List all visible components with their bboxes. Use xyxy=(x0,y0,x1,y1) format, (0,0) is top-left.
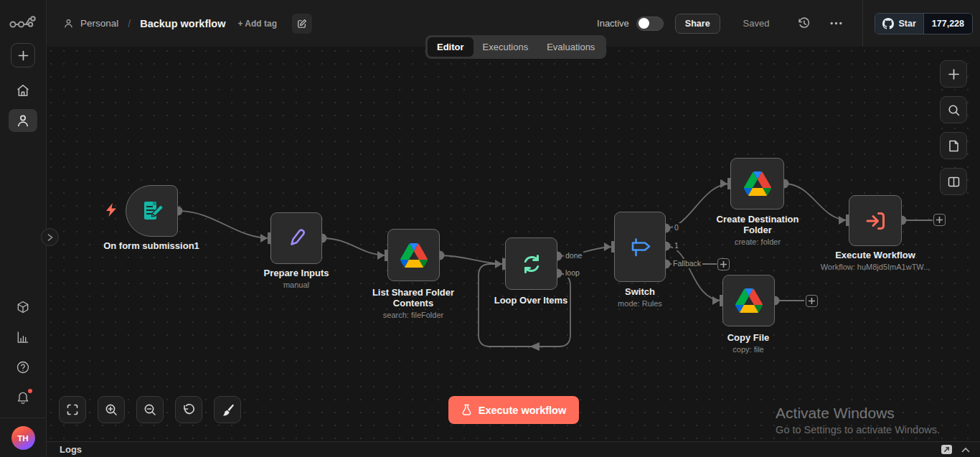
activation-status-label: Inactive xyxy=(597,18,629,29)
breadcrumb-separator: / xyxy=(125,18,133,29)
share-button[interactable]: Share xyxy=(675,14,720,34)
google-drive-icon xyxy=(744,171,771,196)
node-on-form-submission[interactable] xyxy=(126,185,178,237)
add-node-endpoint-fallback[interactable] xyxy=(717,258,730,270)
logs-panel-bar[interactable]: Logs xyxy=(47,441,980,457)
package-icon xyxy=(16,300,30,314)
ellipsis-icon xyxy=(830,22,842,25)
github-star-button[interactable]: Star xyxy=(875,14,923,34)
zoom-out-button[interactable] xyxy=(136,396,164,423)
tab-executions[interactable]: Executions xyxy=(473,37,538,57)
output-label-0: 0 xyxy=(673,223,680,232)
tab-editor[interactable]: Editor xyxy=(428,37,473,57)
broom-icon xyxy=(221,403,235,417)
sidebar-item-notifications[interactable] xyxy=(9,386,37,409)
output-label-1: 1 xyxy=(673,241,680,250)
home-icon xyxy=(16,83,30,98)
add-node-endpoint-copy-file[interactable] xyxy=(806,295,818,307)
sidebar-item-templates[interactable] xyxy=(9,296,37,319)
node-copy-file[interactable] xyxy=(722,275,775,326)
edit-pencil-icon xyxy=(297,19,307,29)
node-label: List Shared Folder Contents search: file… xyxy=(363,287,463,319)
note-icon xyxy=(948,140,960,152)
breadcrumb-project[interactable]: Personal xyxy=(80,18,118,29)
add-node-button[interactable] xyxy=(940,60,967,88)
execute-workflow-button[interactable]: Execute workflow xyxy=(448,396,579,424)
switch-icon xyxy=(626,233,654,260)
output-label-done: done xyxy=(564,251,583,260)
bar-chart-icon xyxy=(16,330,30,344)
breadcrumb: Personal / Backup workflow + Add tag xyxy=(47,14,312,34)
tab-evaluations[interactable]: Evaluations xyxy=(537,37,604,57)
sidebar-item-overview[interactable] xyxy=(9,79,37,102)
n8n-logo xyxy=(9,13,37,31)
google-drive-icon xyxy=(400,243,428,268)
trigger-bolt-icon xyxy=(105,203,117,217)
search-button[interactable] xyxy=(940,96,967,123)
plus-icon xyxy=(948,69,959,80)
execute-workflow-label: Execute workflow xyxy=(479,405,566,416)
add-node-endpoint-execute[interactable] xyxy=(933,214,946,226)
history-icon xyxy=(798,17,810,29)
node-prepare-inputs[interactable] xyxy=(270,212,322,264)
google-drive-icon xyxy=(735,288,763,313)
edit-fields-icon xyxy=(284,226,308,250)
toggle-knob xyxy=(639,18,649,29)
node-execute-workflow[interactable] xyxy=(849,195,902,246)
workflow-title[interactable]: Backup workflow xyxy=(140,18,225,29)
open-logs-popout-button[interactable] xyxy=(941,445,952,454)
avatar[interactable]: TH xyxy=(11,426,35,450)
node-loop-over-items[interactable] xyxy=(505,237,557,290)
toggle-panel-button[interactable] xyxy=(940,168,967,195)
sidebar-item-personal[interactable] xyxy=(9,109,37,132)
undo-icon xyxy=(182,403,195,416)
plus-icon xyxy=(18,50,29,61)
zoom-in-button[interactable] xyxy=(98,396,125,423)
logs-title: Logs xyxy=(60,444,82,455)
history-button[interactable] xyxy=(788,17,820,29)
more-menu-button[interactable] xyxy=(820,22,852,25)
chevron-right-icon xyxy=(47,234,53,241)
execute-workflow-icon xyxy=(862,208,888,234)
output-label-loop: loop xyxy=(564,268,581,278)
workflow-canvas[interactable]: On form submission1 Prepare Inputs manua… xyxy=(0,0,980,457)
help-icon xyxy=(16,360,30,374)
activation-toggle[interactable] xyxy=(636,17,664,31)
github-icon xyxy=(882,18,894,29)
flask-icon xyxy=(461,404,472,416)
sidebar-expand-button[interactable] xyxy=(41,228,59,246)
add-tag-button[interactable]: + Add tag xyxy=(237,19,277,29)
app-sidebar: TH xyxy=(0,0,47,457)
form-trigger-icon xyxy=(139,198,165,224)
node-switch[interactable] xyxy=(614,212,666,282)
tidy-up-button[interactable] xyxy=(214,396,241,423)
loop-icon xyxy=(519,251,545,277)
output-label-fallback: Fallback xyxy=(672,259,702,268)
sticky-note-button[interactable] xyxy=(940,132,967,159)
header-actions: Inactive Share Saved Star 177,228 xyxy=(597,0,980,47)
github-star-count[interactable]: 177,228 xyxy=(923,14,972,34)
sidebar-item-help[interactable] xyxy=(9,356,37,379)
save-status: Saved xyxy=(743,18,770,29)
user-menu[interactable]: TH xyxy=(0,418,46,457)
zoom-to-fit-button[interactable] xyxy=(59,396,86,423)
node-list-shared-folder[interactable] xyxy=(387,229,440,281)
node-create-destination-folder[interactable] xyxy=(730,158,784,209)
node-label: Prepare Inputs manual xyxy=(239,268,354,289)
create-workflow-button[interactable] xyxy=(11,43,35,67)
github-star-label: Star xyxy=(898,19,915,29)
search-icon xyxy=(948,104,960,116)
node-label: Switch mode: Rules xyxy=(583,286,697,308)
person-icon xyxy=(16,113,30,128)
rename-workflow-button[interactable] xyxy=(292,14,312,34)
sidebar-item-insights[interactable] xyxy=(9,326,37,349)
node-label: Create Destination Folder create: folder xyxy=(704,214,811,246)
node-label: Loop Over Items xyxy=(473,295,588,306)
chevron-up-icon[interactable] xyxy=(961,447,970,453)
undo-button[interactable] xyxy=(175,396,202,423)
node-label: Execute Workflow Workflow: huM8jd5ImA1wT… xyxy=(811,250,940,271)
node-label: Copy File copy: file xyxy=(691,332,806,354)
person-icon xyxy=(63,18,74,29)
split-panel-icon xyxy=(948,176,960,188)
github-star-widget[interactable]: Star 177,228 xyxy=(875,13,973,34)
